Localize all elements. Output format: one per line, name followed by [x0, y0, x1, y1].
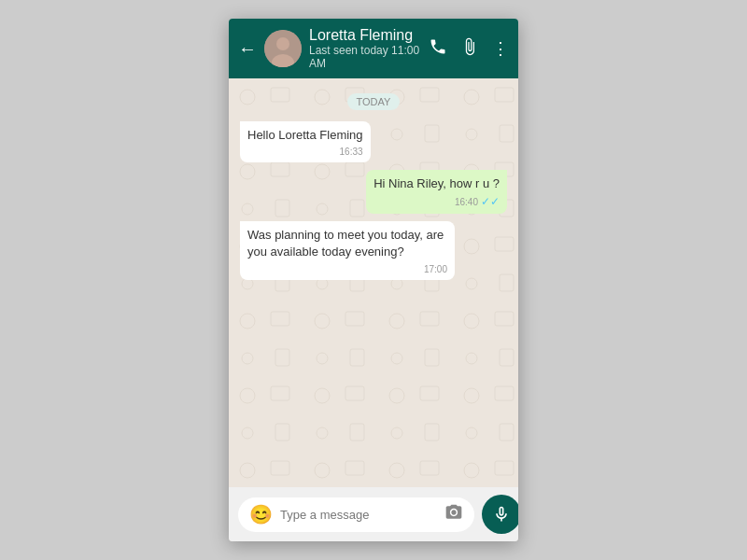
message-meta: 16:40 ✓✓ — [374, 194, 500, 210]
contact-name: Loretta Fleming — [309, 27, 421, 44]
header-actions: ⋮ — [429, 37, 509, 61]
message-input[interactable] — [280, 508, 437, 522]
message-time: 16:40 — [455, 196, 478, 209]
message-meta: 17:00 — [247, 263, 447, 276]
contact-status: Last seen today 11:00 AM — [309, 44, 421, 70]
emoji-icon[interactable]: 😊 — [249, 503, 273, 525]
attach-icon[interactable] — [460, 37, 479, 61]
date-label: TODAY — [347, 93, 401, 110]
menu-icon[interactable]: ⋮ — [492, 38, 509, 59]
message-bubble: Hello Loretta Fleming 16:33 — [240, 121, 371, 162]
call-icon[interactable] — [429, 37, 447, 61]
mic-button[interactable] — [482, 495, 518, 534]
read-receipt-icon: ✓✓ — [481, 194, 500, 210]
message-text: Was planning to meet you today, are you … — [247, 228, 444, 259]
message-bubble: Was planning to meet you today, are you … — [240, 221, 455, 279]
message-bubble: Hi Nina Riley, how r u ? 16:40 ✓✓ — [366, 170, 507, 214]
svg-point-1 — [276, 37, 289, 50]
message-text: Hi Nina Riley, how r u ? — [374, 176, 500, 190]
message-input-area: 😊 — [229, 487, 518, 541]
chat-window: ← Loretta Fleming Last seen today 11:00 … — [229, 19, 518, 541]
message-time: 17:00 — [424, 263, 447, 276]
contact-info: Loretta Fleming Last seen today 11:00 AM — [309, 27, 421, 70]
message-time: 16:33 — [340, 146, 363, 159]
chat-header: ← Loretta Fleming Last seen today 11:00 … — [229, 19, 518, 78]
contact-avatar[interactable] — [264, 30, 302, 67]
back-button[interactable]: ← — [238, 38, 257, 60]
camera-icon[interactable] — [444, 503, 463, 526]
message-meta: 16:33 — [247, 146, 363, 159]
message-row: Hi Nina Riley, how r u ? 16:40 ✓✓ — [240, 170, 507, 214]
message-row: Hello Loretta Fleming 16:33 — [240, 121, 507, 162]
message-row: Was planning to meet you today, are you … — [240, 221, 507, 279]
input-wrapper: 😊 — [238, 497, 474, 532]
message-text: Hello Loretta Fleming — [247, 128, 363, 142]
date-separator: TODAY — [240, 93, 507, 110]
chat-area: TODAY Hello Loretta Fleming 16:33 Hi Nin… — [229, 78, 518, 487]
